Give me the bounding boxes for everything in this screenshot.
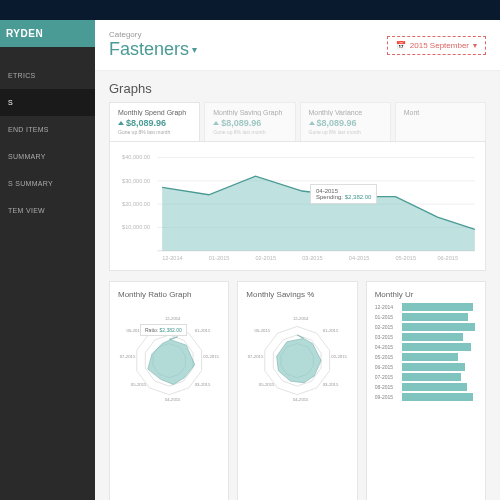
svg-text:03-2015: 03-2015 xyxy=(302,255,323,261)
bar-row: 07-2015 xyxy=(375,373,477,381)
bar-fill xyxy=(402,363,465,371)
svg-text:05-2015: 05-2015 xyxy=(131,382,147,387)
savings-chart: Monthly Savings % 12-2014 01-2015 02-201… xyxy=(237,281,357,500)
svg-text:05-2015: 05-2015 xyxy=(396,255,417,261)
date-value: 2015 September xyxy=(410,41,469,50)
bar-fill xyxy=(402,373,461,381)
chart-title: Monthly Ratio Graph xyxy=(118,290,220,299)
svg-text:07-2015: 07-2015 xyxy=(248,354,264,359)
bar-row: 02-2015 xyxy=(375,323,477,331)
tab-title: Monthly Spend Graph xyxy=(118,109,191,116)
tab-sub: Gone up 8% last month xyxy=(118,129,191,135)
svg-text:02-2015: 02-2015 xyxy=(332,354,348,359)
calendar-icon: 📅 xyxy=(396,41,406,50)
brand-logo: RYDEN xyxy=(0,20,95,47)
svg-text:04-2015: 04-2015 xyxy=(293,397,309,402)
bar-row: 05-2015 xyxy=(375,353,477,361)
category-name[interactable]: Fasteners xyxy=(109,39,189,60)
nav-summary[interactable]: SUMMARY xyxy=(0,143,95,170)
svg-text:03-2015: 03-2015 xyxy=(195,382,211,387)
bar-fill xyxy=(402,393,474,401)
main: Category Fasteners ▾ 📅 2015 September ▾ … xyxy=(95,20,500,500)
arrow-up-icon xyxy=(213,121,219,125)
bar-row: 12-2014 xyxy=(375,303,477,311)
header: Category Fasteners ▾ 📅 2015 September ▾ xyxy=(95,20,500,71)
bar-label: 01-2015 xyxy=(375,314,399,320)
nav-s-summary[interactable]: S SUMMARY xyxy=(0,170,95,197)
nav-spend-items[interactable]: END ITEMS xyxy=(0,116,95,143)
bar-label: 05-2015 xyxy=(375,354,399,360)
svg-text:$20,000.00: $20,000.00 xyxy=(122,201,150,207)
bar-row: 03-2015 xyxy=(375,333,477,341)
bar-row: 06-2015 xyxy=(375,363,477,371)
bar-fill xyxy=(402,353,458,361)
main-chart: $40,000.00 $30,000.00 $20,000.00 $10,000… xyxy=(109,141,486,271)
chevron-down-icon: ▾ xyxy=(473,41,477,50)
svg-text:02-2015: 02-2015 xyxy=(203,354,219,359)
category-label: Category xyxy=(109,30,197,39)
tab-sub: Gone up 8% last month xyxy=(309,129,382,135)
svg-text:$10,000.00: $10,000.00 xyxy=(122,224,150,230)
bar-fill xyxy=(402,303,474,311)
units-chart: Monthly Ur 12-2014 01-2015 02-2015 03-20… xyxy=(366,281,486,500)
tab-value: $8,089.96 xyxy=(126,118,166,128)
chart-tabs: Monthly Spend Graph $8,089.96 Gone up 8%… xyxy=(95,102,500,141)
svg-text:12-2014: 12-2014 xyxy=(293,316,309,321)
nav-item-view[interactable]: TEM VIEW xyxy=(0,197,95,224)
section-title: Graphs xyxy=(95,71,500,102)
tab-title: Mont xyxy=(404,109,477,116)
svg-text:06-2015: 06-2015 xyxy=(438,255,459,261)
svg-text:07-2015: 07-2015 xyxy=(120,354,136,359)
svg-text:12-2014: 12-2014 xyxy=(165,316,181,321)
svg-text:01-2015: 01-2015 xyxy=(195,328,211,333)
svg-text:01-2015: 01-2015 xyxy=(209,255,230,261)
dropdown-arrow-icon[interactable]: ▾ xyxy=(192,44,197,55)
tab-value: $8,089.96 xyxy=(221,118,261,128)
tab-sub: Gone up 8% last month xyxy=(213,129,286,135)
tab-title: Monthly Variance xyxy=(309,109,382,116)
chart-title: Monthly Savings % xyxy=(246,290,348,299)
bar-label: 06-2015 xyxy=(375,364,399,370)
bar-row: 01-2015 xyxy=(375,313,477,321)
tab-more[interactable]: Mont xyxy=(395,102,486,141)
arrow-up-icon xyxy=(118,121,124,125)
svg-text:12-2014: 12-2014 xyxy=(162,255,183,261)
tooltip-label: Spending: xyxy=(316,194,343,200)
bar-fill xyxy=(402,343,472,351)
bar-row: 08-2015 xyxy=(375,383,477,391)
tab-value: $8,089.96 xyxy=(317,118,357,128)
chart-title: Monthly Ur xyxy=(375,290,477,299)
date-picker[interactable]: 📅 2015 September ▾ xyxy=(387,36,486,55)
bar-label: 08-2015 xyxy=(375,384,399,390)
nav-graphs[interactable]: S xyxy=(0,89,95,116)
bar-fill xyxy=(402,383,467,391)
line-chart-svg: $40,000.00 $30,000.00 $20,000.00 $10,000… xyxy=(118,150,477,262)
bar-fill xyxy=(402,333,463,341)
svg-text:03-2015: 03-2015 xyxy=(323,382,339,387)
svg-marker-20 xyxy=(148,337,195,385)
svg-marker-32 xyxy=(277,335,321,383)
svg-text:04-2015: 04-2015 xyxy=(349,255,370,261)
radar-chart-svg: 12-2014 01-2015 02-2015 03-2015 04-2015 … xyxy=(246,303,348,413)
svg-text:09-2015: 09-2015 xyxy=(255,328,271,333)
svg-text:04-2015: 04-2015 xyxy=(165,397,181,402)
ratio-chart: Monthly Ratio Graph 12-2014 01-2015 02-2… xyxy=(109,281,229,500)
tab-saving[interactable]: Monthly Saving Graph $8,089.96 Gone up 8… xyxy=(204,102,295,141)
bar-label: 02-2015 xyxy=(375,324,399,330)
svg-text:02-2015: 02-2015 xyxy=(255,255,276,261)
bar-fill xyxy=(402,313,469,321)
svg-text:05-2015: 05-2015 xyxy=(259,382,275,387)
tab-spend[interactable]: Monthly Spend Graph $8,089.96 Gone up 8%… xyxy=(109,102,200,141)
bar-label: 07-2015 xyxy=(375,374,399,380)
tab-variance[interactable]: Monthly Variance $8,089.96 Gone up 8% la… xyxy=(300,102,391,141)
bar-label: 09-2015 xyxy=(375,394,399,400)
bar-label: 12-2014 xyxy=(375,304,399,310)
nav: ETRICS S END ITEMS SUMMARY S SUMMARY TEM… xyxy=(0,47,95,496)
arrow-up-icon xyxy=(309,121,315,125)
svg-text:$40,000.00: $40,000.00 xyxy=(122,154,150,160)
radar-tooltip-label: Ratio: xyxy=(145,327,158,333)
small-charts-row: Monthly Ratio Graph 12-2014 01-2015 02-2… xyxy=(95,271,500,500)
nav-metrics[interactable]: ETRICS xyxy=(0,62,95,89)
radar-tooltip-value: $2,382.00 xyxy=(159,327,181,333)
svg-text:01-2015: 01-2015 xyxy=(323,328,339,333)
